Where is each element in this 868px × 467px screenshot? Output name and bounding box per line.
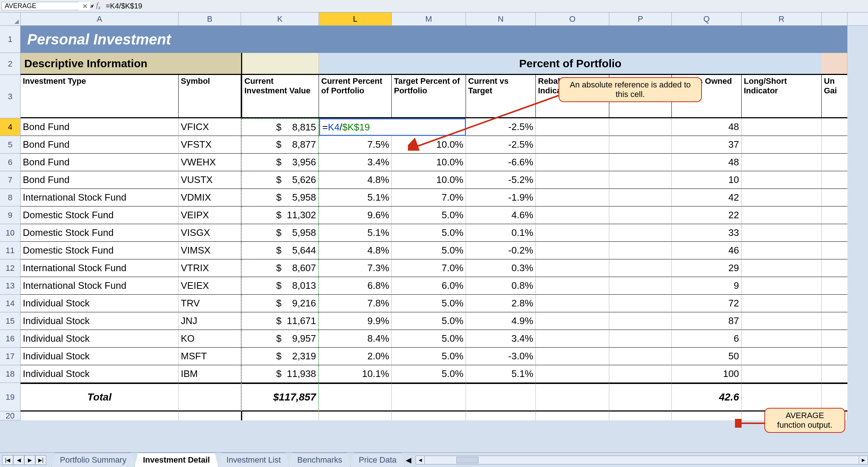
cell-B12[interactable]: VTRIX — [179, 259, 241, 277]
cell-S6[interactable] — [822, 154, 847, 171]
cell-A11[interactable]: Domestic Stock Fund — [21, 242, 179, 259]
cell-L18[interactable]: 10.1% — [319, 365, 392, 383]
cell-S2[interactable] — [822, 53, 847, 75]
cell-S9[interactable] — [822, 206, 847, 224]
row-header-2[interactable]: 2 — [0, 53, 21, 75]
cell-L17[interactable]: 2.0% — [319, 348, 392, 365]
cell-A10[interactable]: Domestic Stock Fund — [21, 224, 179, 242]
cell-B11[interactable]: VIMSX — [179, 242, 241, 259]
sheet-tab-price-data[interactable]: Price Data — [350, 453, 405, 467]
cell-L14[interactable]: 7.8% — [319, 295, 392, 312]
row-header-19[interactable]: 19 — [0, 383, 21, 412]
cell-L10[interactable]: 5.1% — [319, 224, 392, 242]
cell-N12[interactable]: 0.3% — [466, 259, 536, 277]
cell-P9[interactable] — [609, 206, 672, 224]
cell-R19[interactable] — [742, 383, 822, 412]
cell-N11[interactable]: -0.2% — [466, 242, 536, 259]
cell-L7[interactable]: 4.8% — [319, 171, 392, 189]
column-header-Q[interactable]: Q — [672, 12, 742, 25]
cell-M18[interactable]: 5.0% — [392, 365, 466, 383]
cell-A17[interactable]: Individual Stock — [21, 348, 179, 365]
cell-A7[interactable]: Bond Fund — [21, 171, 179, 189]
row-header-12[interactable]: 12 — [0, 259, 21, 277]
tab-nav-prev-icon[interactable]: ◀ — [13, 455, 24, 465]
cell-R13[interactable] — [742, 277, 822, 295]
cell-A14[interactable]: Individual Stock — [21, 295, 179, 312]
cell-L12[interactable]: 7.3% — [319, 259, 392, 277]
cell-O11[interactable] — [536, 242, 609, 259]
column-header-A[interactable]: A — [21, 12, 179, 25]
column-header-partial[interactable] — [822, 12, 847, 25]
cell-N10[interactable]: 0.1% — [466, 224, 536, 242]
cell-A20[interactable] — [21, 412, 179, 420]
cell-K11[interactable]: $ 5,644 — [241, 242, 319, 259]
cell-M6[interactable]: 10.0% — [392, 154, 466, 171]
cell-R5[interactable] — [742, 136, 822, 154]
column-header-P[interactable]: P — [609, 12, 672, 25]
cell-Q13[interactable]: 9 — [672, 277, 742, 295]
cell-Q20[interactable] — [672, 412, 742, 420]
cell-B9[interactable]: VEIPX — [179, 206, 241, 224]
cell-A16[interactable]: Individual Stock — [21, 330, 179, 348]
cell-P6[interactable] — [609, 154, 672, 171]
cell-L8[interactable]: 5.1% — [319, 189, 392, 206]
cell-P12[interactable] — [609, 259, 672, 277]
horizontal-scrollbar[interactable]: ◀ ▶ — [416, 456, 868, 464]
cell-K6[interactable]: $ 3,956 — [241, 154, 319, 171]
cell-S13[interactable] — [822, 277, 847, 295]
cell-O15[interactable] — [536, 312, 609, 330]
cell-N16[interactable]: 3.4% — [466, 330, 536, 348]
column-header-N[interactable]: N — [466, 12, 536, 25]
cell-K13[interactable]: $ 8,013 — [241, 277, 319, 295]
cell-L11[interactable]: 4.8% — [319, 242, 392, 259]
cell-Q14[interactable]: 72 — [672, 295, 742, 312]
cell-Q17[interactable]: 50 — [672, 348, 742, 365]
tab-scroll-left-icon[interactable]: ◀ — [405, 456, 412, 464]
hscroll-left-icon[interactable]: ◀ — [416, 456, 425, 464]
cell-Q11[interactable]: 46 — [672, 242, 742, 259]
cell-L20[interactable] — [319, 412, 392, 420]
row-header-9[interactable]: 9 — [0, 206, 21, 224]
cell-O12[interactable] — [536, 259, 609, 277]
spreadsheet-grid[interactable]: Personal InvestmentDescriptive Informati… — [21, 26, 847, 420]
cell-S8[interactable] — [822, 189, 847, 206]
cell-B14[interactable]: TRV — [179, 295, 241, 312]
cell-O16[interactable] — [536, 330, 609, 348]
column-header-L[interactable]: L — [319, 12, 392, 25]
row-header-13[interactable]: 13 — [0, 277, 21, 295]
row-header-6[interactable]: 6 — [0, 154, 21, 171]
row-header-1[interactable]: 1 — [0, 26, 21, 53]
cell-O19[interactable] — [536, 383, 609, 412]
cell-P10[interactable] — [609, 224, 672, 242]
cell-R10[interactable] — [742, 224, 822, 242]
row-header-11[interactable]: 11 — [0, 242, 21, 259]
cell-P11[interactable] — [609, 242, 672, 259]
column-header-R[interactable]: R — [742, 12, 822, 25]
cell-S14[interactable] — [822, 295, 847, 312]
cell-N14[interactable]: 2.8% — [466, 295, 536, 312]
cell-Q6[interactable]: 48 — [672, 154, 742, 171]
row-header-20[interactable]: 20 — [0, 412, 21, 420]
cell-N18[interactable]: 5.1% — [466, 365, 536, 383]
cell-M12[interactable]: 7.0% — [392, 259, 466, 277]
cell-N7[interactable]: -5.2% — [466, 171, 536, 189]
cell-S15[interactable] — [822, 312, 847, 330]
cell-M17[interactable]: 5.0% — [392, 348, 466, 365]
cell-K8[interactable]: $ 5,958 — [241, 189, 319, 206]
cell-K5[interactable]: $ 8,877 — [241, 136, 319, 154]
cell-R16[interactable] — [742, 330, 822, 348]
cell-A6[interactable]: Bond Fund — [21, 154, 179, 171]
cell-B17[interactable]: MSFT — [179, 348, 241, 365]
row-header-14[interactable]: 14 — [0, 295, 21, 312]
cell-K15[interactable]: $ 11,671 — [241, 312, 319, 330]
cell-B15[interactable]: JNJ — [179, 312, 241, 330]
tab-nav-next-icon[interactable]: ▶ — [24, 455, 35, 465]
name-box-input[interactable] — [5, 2, 90, 10]
cell-A8[interactable]: International Stock Fund — [21, 189, 179, 206]
cell-O9[interactable] — [536, 206, 609, 224]
cell-N13[interactable]: 0.8% — [466, 277, 536, 295]
cell-Q16[interactable]: 6 — [672, 330, 742, 348]
cell-K18[interactable]: $ 11,938 — [241, 365, 319, 383]
cell-S12[interactable] — [822, 259, 847, 277]
cell-L13[interactable]: 6.8% — [319, 277, 392, 295]
